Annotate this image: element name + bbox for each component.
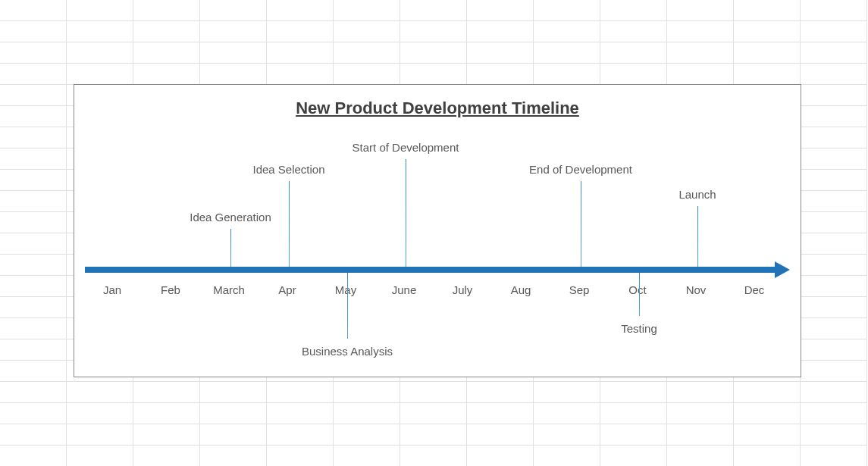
- month-march: March: [213, 283, 245, 296]
- month-june: June: [392, 283, 417, 296]
- month-feb: Feb: [161, 283, 180, 296]
- milestone-stem: [230, 229, 231, 267]
- milestone-stem: [347, 273, 348, 339]
- month-jan: Jan: [103, 283, 121, 296]
- milestone-stem: [581, 181, 581, 267]
- milestone-stem: [697, 206, 698, 267]
- arrow-head-icon: [775, 261, 790, 278]
- milestone-label: Idea Generation: [190, 211, 271, 224]
- month-apr: Apr: [278, 283, 296, 296]
- milestone-stem: [406, 159, 406, 267]
- month-aug: Aug: [511, 283, 531, 296]
- month-dec: Dec: [744, 283, 765, 296]
- timeline-chart: New Product Development Timeline Jan Feb…: [74, 84, 801, 377]
- milestone-label: Idea Selection: [252, 163, 324, 176]
- milestone-label: Testing: [621, 322, 657, 335]
- milestone-label: Launch: [678, 188, 716, 201]
- milestone-label: Business Analysis: [302, 345, 393, 358]
- chart-title: New Product Development Timeline: [74, 99, 801, 118]
- milestone-stem: [289, 181, 290, 267]
- timeline-axis-arrow: [85, 267, 790, 274]
- milestone-label: Start of Development: [353, 141, 459, 154]
- month-nov: Nov: [686, 283, 707, 296]
- month-axis-labels: Jan Feb March Apr May June July Aug Sep …: [85, 283, 775, 300]
- month-oct: Oct: [628, 283, 646, 296]
- month-may: May: [335, 283, 356, 296]
- month-sep: Sep: [569, 283, 590, 296]
- month-july: July: [453, 283, 473, 296]
- milestone-label: End of Development: [529, 163, 632, 176]
- arrow-line: [85, 267, 778, 273]
- milestone-stem: [639, 273, 640, 316]
